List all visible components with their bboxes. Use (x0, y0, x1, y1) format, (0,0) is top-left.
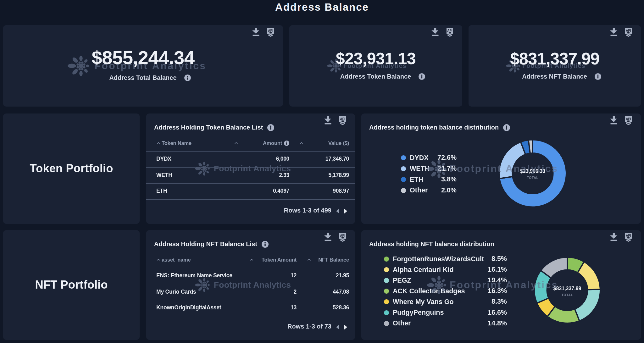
svg-text:API: API (340, 117, 345, 121)
svg-text:API: API (626, 29, 631, 32)
svg-text:API: API (268, 29, 273, 32)
svg-text:API: API (447, 29, 452, 32)
svg-text:API: API (340, 234, 345, 237)
